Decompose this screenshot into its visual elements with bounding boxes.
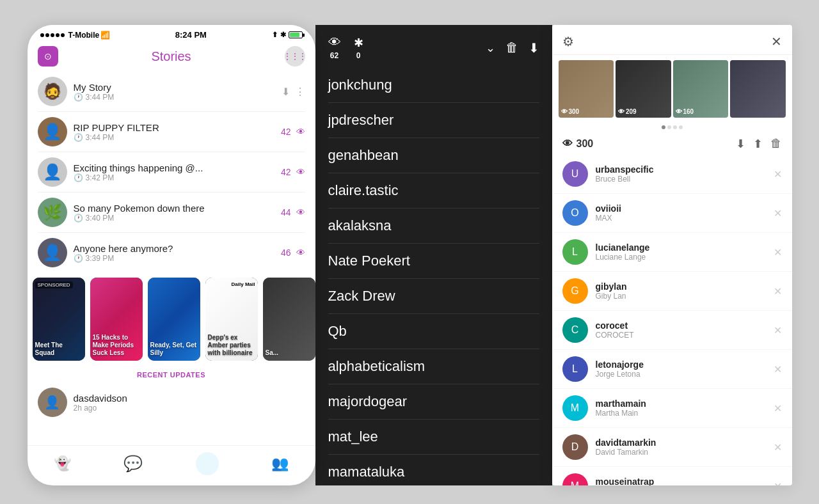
daily-mail-logo: Daily Mail — [232, 281, 255, 287]
exciting-info: Exciting things happening @... 🕐 3:42 PM — [74, 162, 274, 182]
viewer-remove-4[interactable]: ✕ — [774, 285, 782, 297]
card-label-1: Meet The Squad — [33, 339, 85, 361]
recent-updates-label: RECENT UPDATES — [28, 366, 315, 382]
story-item-exciting[interactable]: 👤 Exciting things happening @... 🕐 3:42 … — [28, 152, 315, 192]
card-label-5: Sa... — [263, 347, 315, 361]
viewer-remove-1[interactable]: ✕ — [774, 168, 782, 180]
viewers-header-actions: ⌄ 🗑 ⬇ — [486, 40, 539, 56]
rip-count: 42 — [281, 127, 291, 137]
signal-dot-4 — [56, 33, 60, 37]
viewer-detail-item-1: U urbanspecific Bruce Bell ✕ — [552, 155, 792, 194]
viewer-username-8: davidtamarkin — [596, 437, 766, 448]
card-label-4: Depp's ex Amber parties with billionaire — [205, 331, 258, 361]
rip-name: RIP PUPPY FILTER — [74, 122, 274, 133]
viewer-name-6: Nate Poekert — [328, 244, 539, 279]
story-item-my-story[interactable]: 🧔 My Story 🕐 3:44 PM ⬇ ⋮ — [28, 72, 315, 111]
battery-fill — [290, 33, 299, 37]
dasdavidson-time: 2h ago — [74, 404, 305, 413]
viewer-detail-item-8: D davidtamarkin David Tamarkin ✕ — [552, 428, 792, 467]
viewer-remove-7[interactable]: ✕ — [774, 402, 782, 414]
stat-eye: 👁 62 — [328, 35, 341, 60]
star-stat-count: 0 — [356, 51, 361, 60]
viewer-info-3: lucianelange Luciane Lange — [596, 242, 766, 262]
thumbnail-4[interactable] — [730, 60, 786, 118]
viewer-name-7: Zack Drew — [328, 279, 539, 314]
settings-icon[interactable]: ⚙ — [562, 34, 574, 49]
story-card-cosmo[interactable]: 15 Hacks to Make Periods Suck Less — [90, 278, 143, 361]
stat-star: ✱ 0 — [354, 36, 363, 60]
story-cards-row: SPONSORED Meet The Squad 15 Hacks to Mak… — [28, 272, 315, 366]
viewer-avatar-4: G — [562, 278, 588, 304]
camera-button[interactable]: ⊙ — [38, 46, 58, 67]
thumbnails-row: 👁 300 👁 209 👁 160 — [552, 55, 792, 123]
viewer-remove-5[interactable]: ✕ — [774, 324, 782, 336]
clock-icon: 🕐 — [74, 93, 83, 102]
nav-chat[interactable]: 💬 — [123, 455, 143, 473]
viewer-remove-6[interactable]: ✕ — [774, 363, 782, 375]
viewer-username-3: lucianelange — [596, 242, 766, 253]
story-item-pokemon[interactable]: 🌿 So many Pokemon down there 🕐 3:40 PM 4… — [28, 193, 315, 232]
chevron-down-icon[interactable]: ⌄ — [486, 41, 495, 55]
wifi-icon: 📶 — [100, 31, 110, 40]
viewer-name-4: claire.tastic — [328, 173, 539, 209]
close-button[interactable]: ✕ — [771, 34, 782, 49]
slider-dot-4 — [679, 125, 683, 129]
pokemon-avatar: 🌿 — [38, 198, 67, 227]
thumbnail-2[interactable]: 👁 209 — [616, 60, 671, 118]
viewer-remove-2[interactable]: ✕ — [774, 207, 782, 219]
clock-icon-5: 🕐 — [74, 254, 83, 263]
story-item-rip[interactable]: 👤 RIP PUPPY FILTER 🕐 3:44 PM 42 👁 — [28, 112, 315, 152]
viewer-username-7: marthamain — [596, 398, 766, 409]
thumbnail-1[interactable]: 👁 300 — [559, 60, 614, 118]
stories-header: ⊙ Stories ⋮⋮⋮ — [28, 42, 315, 72]
rip-right: 42 👁 — [281, 127, 305, 137]
more-icon[interactable]: ⋮ — [295, 86, 305, 98]
detail-share-icon[interactable]: ⬆ — [753, 137, 763, 151]
viewer-info-7: marthamain Martha Main — [596, 398, 766, 418]
viewer-avatar-1: U — [562, 161, 588, 187]
detail-panel: ⚙ ✕ 👁 300 👁 209 👁 160 — [552, 25, 792, 485]
story-item-anyone[interactable]: 👤 Anyone here anymore? 🕐 3:39 PM 46 👁 — [28, 233, 315, 272]
signal-dots — [40, 33, 65, 37]
story-card-extra[interactable]: Sa... — [263, 278, 315, 361]
viewer-avatar-3: L — [562, 239, 588, 265]
slider-dot-1 — [662, 125, 665, 129]
bitmoji-button[interactable]: ⋮⋮⋮ — [285, 46, 305, 67]
nav-camera[interactable] — [196, 452, 219, 475]
viewer-realname-3: Luciane Lange — [596, 253, 766, 262]
status-right: ⬆ ✱ — [272, 31, 303, 39]
download-save-icon[interactable]: ⬇ — [529, 40, 539, 56]
viewer-username-1: urbanspecific — [596, 164, 766, 175]
pokemon-time: 🕐 3:40 PM — [74, 214, 274, 223]
eye-stat-count: 62 — [330, 51, 338, 60]
thumbnail-3[interactable]: 👁 160 — [673, 60, 729, 118]
trash-icon[interactable]: 🗑 — [505, 40, 518, 55]
status-bar: T-Mobile 📶 8:24 PM ⬆ ✱ — [28, 25, 315, 42]
my-story-avatar: 🧔 — [38, 77, 67, 106]
detail-download-icon[interactable]: ⬇ — [736, 137, 745, 151]
story-card-rio[interactable]: Ready, Set, Get Silly — [148, 278, 200, 361]
recent-item-dasdavidson[interactable]: 👤 dasdavidson 2h ago — [28, 382, 315, 422]
thumb-slider — [552, 123, 792, 132]
story-card-suicide-squad[interactable]: SPONSORED Meet The Squad — [33, 278, 85, 361]
detail-view-count: 👁 300 — [562, 138, 594, 150]
nav-friends[interactable]: 👥 — [271, 455, 289, 472]
status-time: 8:24 PM — [175, 30, 207, 40]
story-card-daily-mail[interactable]: Daily Mail Depp's ex Amber parties with … — [205, 278, 258, 361]
detail-delete-icon[interactable]: 🗑 — [770, 137, 782, 151]
viewer-remove-9[interactable]: ✕ — [774, 480, 782, 486]
viewer-realname-4: Giby Lan — [596, 292, 766, 301]
viewer-realname-6: Jorge Letona — [596, 370, 766, 379]
nav-ghost[interactable]: 👻 — [54, 455, 71, 472]
exciting-time: 🕐 3:42 PM — [74, 173, 274, 182]
viewer-info-8: davidtamarkin David Tamarkin — [596, 437, 766, 457]
viewer-realname-1: Bruce Bell — [596, 175, 766, 184]
download-icon[interactable]: ⬇ — [282, 86, 290, 98]
viewer-remove-8[interactable]: ✕ — [774, 441, 782, 453]
eye-icon-2: 👁 — [296, 167, 305, 177]
page-title: Stories — [151, 49, 191, 64]
thumb-count-1: 👁 300 — [561, 108, 580, 115]
clock-icon-3: 🕐 — [74, 173, 83, 182]
viewer-remove-3[interactable]: ✕ — [774, 246, 782, 258]
viewer-info-2: oviioii MAX — [596, 203, 766, 223]
